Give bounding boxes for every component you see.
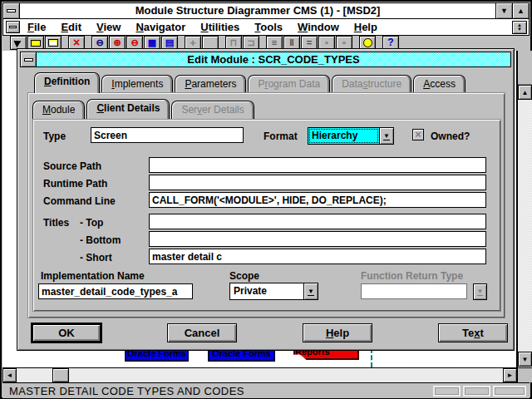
dialog-title-bar[interactable]: Edit Module : SCR_CODE_TYPES	[20, 52, 511, 67]
menu-item-navigator[interactable]: Navigator	[128, 20, 193, 35]
owned-checkbox[interactable]: ×	[412, 129, 424, 140]
tab-datastructure: Datastructure	[332, 75, 411, 93]
scrollbar-corner	[517, 367, 532, 382]
detail-tabs: ModuleClient DetailsServer Details	[32, 99, 256, 119]
scroll-left-icon: ◄	[7, 372, 13, 379]
scope-combobox[interactable]: Private ▼	[229, 283, 318, 300]
control-menu-button[interactable]	[3, 3, 20, 18]
runtime-path-input[interactable]	[149, 175, 486, 190]
menu-bar: FileEditViewNavigatorUtilitiesToolsWindo…	[2, 19, 530, 36]
type-input[interactable]	[91, 127, 244, 143]
title-top-input[interactable]	[149, 214, 486, 229]
title-bar: Module Structure Diagrammer CMS (1) - [M…	[2, 2, 530, 19]
implementation-name-label: Implementation Name	[41, 270, 145, 282]
status-panels	[433, 386, 526, 397]
tab-program-data: Program Data	[248, 75, 330, 93]
control-menu-icon	[7, 9, 16, 12]
dialog-title: Edit Module : SCR_CODE_TYPES	[37, 52, 510, 66]
help-icon	[387, 38, 393, 47]
window-title: Module Structure Diagrammer CMS (1) - [M…	[20, 3, 495, 18]
tree-right-icon	[247, 38, 254, 47]
status-panel	[463, 386, 490, 397]
marquee2-icon	[342, 38, 346, 47]
scroll-right-button[interactable]: ►	[503, 368, 517, 382]
align-right-icon	[307, 38, 312, 47]
type-label: Type	[43, 131, 66, 142]
scroll-up-icon: ▲	[522, 89, 529, 96]
command-line-input[interactable]	[149, 192, 486, 208]
menu-item-file[interactable]: File	[20, 20, 53, 35]
source-path-label: Source Path	[43, 160, 101, 172]
menu-item-view[interactable]: View	[89, 20, 128, 35]
status-panel	[493, 386, 526, 397]
scroll-down-icon: ▼	[522, 356, 529, 363]
lock-expand-icon	[113, 38, 121, 47]
dialog-control-menu-button[interactable]	[21, 52, 37, 66]
scroll-right-icon: ►	[507, 372, 514, 379]
frame-icon	[48, 39, 58, 47]
dialog-control-menu-icon	[24, 58, 33, 62]
delete-icon	[73, 38, 80, 48]
tab-implements[interactable]: Implements	[101, 75, 173, 93]
app-window: Module Structure Diagrammer CMS (1) - [M…	[0, 0, 532, 399]
format-value: Hierarchy	[308, 128, 379, 144]
menu-item-tools[interactable]: Tools	[247, 20, 290, 35]
scope-value: Private	[230, 283, 303, 299]
scrollbar-spacer	[518, 51, 532, 85]
title-short-input[interactable]	[149, 249, 486, 264]
dropdown-arrow-icon: ▼	[383, 132, 390, 140]
format-combobox[interactable]: Hierarchy ▼	[308, 127, 394, 145]
pointer-icon	[13, 38, 22, 48]
horizontal-scrollbar[interactable]: ◄ ►	[2, 367, 517, 382]
ok-button[interactable]: OK	[32, 323, 101, 342]
scrollbar-thumb[interactable]	[52, 368, 69, 382]
dialog-tabs: DefinitionImplementsParametersProgram Da…	[34, 72, 467, 93]
owned-label: Owned?	[431, 131, 470, 142]
scroll-up-button[interactable]: ▲	[518, 85, 532, 100]
clock-icon	[363, 38, 372, 47]
tab-access[interactable]: Access	[413, 75, 466, 93]
edit-module-dialog: Edit Module : SCR_CODE_TYPES DefinitionI…	[17, 48, 515, 351]
align-center-icon	[289, 38, 293, 47]
format-dropdown-button[interactable]: ▼	[379, 128, 393, 144]
function-return-type-label: Function Return Type	[361, 270, 463, 282]
menu-item-window[interactable]: Window	[290, 20, 347, 35]
source-path-input[interactable]	[149, 157, 486, 173]
tree-down-icon	[230, 38, 238, 47]
titles-label: Titles	[43, 217, 69, 229]
scope-dropdown-button[interactable]: ▼	[303, 283, 318, 299]
cancel-button[interactable]: Cancel	[167, 323, 237, 342]
menu-item-help[interactable]: Help	[347, 20, 385, 35]
function-return-type-input	[361, 283, 467, 299]
help-button[interactable]: Help	[303, 323, 372, 342]
titles-top-label: - Top	[80, 217, 103, 229]
subtab-client-details[interactable]: Client Details	[86, 99, 170, 119]
tab-parameters[interactable]: Parameters	[175, 75, 246, 93]
scroll-down-button[interactable]: ▼	[518, 352, 532, 367]
lock-remove-icon	[131, 38, 138, 47]
document-restore-button[interactable]: ▲ ▼	[512, 21, 527, 34]
menu-item-edit[interactable]: Edit	[53, 20, 89, 35]
text-button[interactable]: Text	[438, 323, 508, 342]
client-details-page: Type Format Hierarchy ▼ × Owned? Source …	[32, 119, 501, 312]
maximize-button[interactable]: ▲	[512, 3, 529, 18]
scroll-left-button[interactable]: ◄	[2, 368, 17, 382]
runtime-path-label: Runtime Path	[43, 178, 107, 190]
subtab-module[interactable]: Module	[32, 101, 85, 119]
document-control-menu-button[interactable]	[6, 21, 20, 33]
restore-down-icon: ▼	[517, 27, 522, 32]
dropdown-arrow-icon: ▼	[308, 288, 314, 296]
status-panel	[433, 386, 461, 397]
menu-item-utilities[interactable]: Utilities	[193, 20, 247, 35]
command-line-label: Command Line	[43, 195, 116, 207]
implementation-name-input[interactable]	[38, 283, 193, 299]
format-label: Format	[264, 131, 298, 142]
dropdown-arrow-icon: ▼	[477, 288, 484, 296]
tab-definition[interactable]: Definition	[34, 72, 100, 93]
lock-collapse-icon	[96, 38, 103, 47]
title-bottom-input[interactable]	[149, 231, 486, 247]
add-node-icon	[190, 38, 196, 48]
print-icon	[165, 38, 174, 47]
minimize-button[interactable]: ▼	[495, 3, 512, 18]
vertical-scrollbar[interactable]: ▲ ▼	[517, 51, 532, 367]
